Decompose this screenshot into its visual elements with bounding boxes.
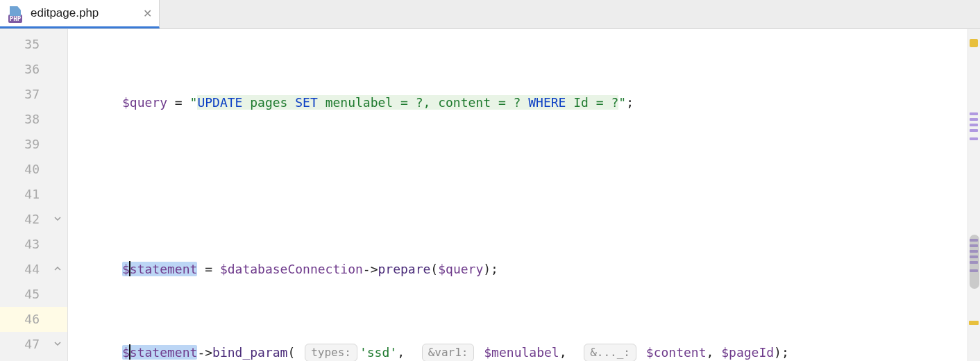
param-hint: &..._:	[584, 344, 636, 361]
code-line[interactable]: $query = "UPDATE pages SET menulabel = ?…	[68, 90, 980, 115]
fold-up-icon[interactable]	[53, 265, 63, 274]
line-number: 37	[0, 82, 67, 107]
line-gutter: 35363738394041424344454647	[0, 29, 68, 361]
scrollbar-thumb[interactable]	[970, 235, 979, 289]
param-hint: types:	[305, 344, 357, 361]
fold-down-icon[interactable]	[53, 339, 63, 349]
line-number: 43	[0, 232, 67, 257]
usage-marker[interactable]	[970, 137, 978, 140]
php-file-icon: PHP	[6, 3, 25, 23]
caret-icon	[129, 344, 130, 360]
line-number: 44	[0, 257, 67, 282]
code-area[interactable]: $query = "UPDATE pages SET menulabel = ?…	[68, 29, 980, 361]
line-number: 47	[0, 332, 67, 357]
line-number: 45	[0, 282, 67, 307]
line-number: 46	[0, 307, 67, 332]
caret-icon	[129, 261, 130, 276]
tab-bar: PHP editpage.php ✕	[0, 0, 980, 29]
close-icon[interactable]: ✕	[143, 7, 152, 20]
change-marker[interactable]	[969, 321, 979, 325]
tab-filename: editpage.php	[31, 6, 99, 20]
usage-marker[interactable]	[970, 118, 978, 121]
usage-marker[interactable]	[970, 124, 978, 126]
editor: 35363738394041424344454647 $query = "UPD…	[0, 29, 980, 361]
marker-rail[interactable]	[968, 29, 980, 361]
code-line[interactable]	[68, 174, 980, 199]
line-number: 36	[0, 57, 67, 82]
fold-down-icon[interactable]	[53, 215, 63, 224]
line-number: 35	[0, 32, 67, 57]
usage-marker[interactable]	[970, 129, 978, 132]
param-hint: &var1:	[422, 344, 475, 361]
analysis-status-icon[interactable]	[970, 39, 978, 47]
line-number: 38	[0, 107, 67, 132]
code-line[interactable]: $statement = $databaseConnection->prepar…	[68, 257, 980, 282]
line-number: 42	[0, 207, 67, 232]
line-number: 40	[0, 157, 67, 182]
line-number: 41	[0, 182, 67, 207]
usage-marker[interactable]	[970, 112, 978, 115]
line-number: 39	[0, 132, 67, 157]
file-tab[interactable]: PHP editpage.php ✕	[0, 0, 160, 28]
code-line[interactable]: $statement->bind_param( types:'ssd', &va…	[68, 340, 980, 361]
